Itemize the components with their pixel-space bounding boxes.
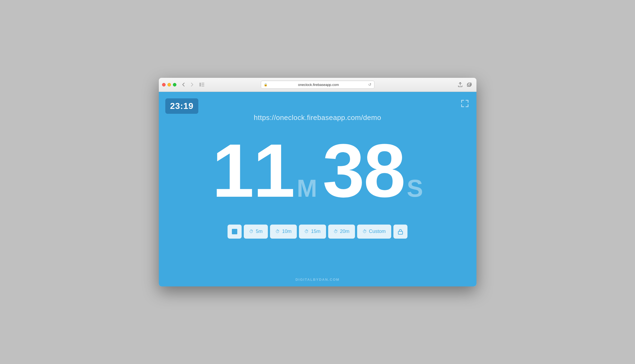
timer-label-minutes: M bbox=[297, 175, 317, 202]
preset-20m-label: 20m bbox=[340, 229, 350, 234]
forward-button[interactable] bbox=[188, 81, 196, 88]
svg-rect-2 bbox=[202, 84, 204, 85]
preset-15m-button[interactable]: ⏱ 15m bbox=[299, 225, 326, 239]
app-content: 23:19 https://oneclock.firebaseapp.com/d… bbox=[159, 92, 476, 286]
controls-row: ⏱ 5m ⏱ 10m ⏱ 15m ⏱ 20m ⏱ Custom bbox=[228, 225, 407, 239]
stop-icon bbox=[232, 229, 237, 234]
clock-icon-20m: ⏱ bbox=[334, 229, 338, 234]
preset-10m-button[interactable]: ⏱ 10m bbox=[270, 225, 297, 239]
preset-20m-button[interactable]: ⏱ 20m bbox=[328, 225, 355, 239]
address-bar[interactable]: 🔒 oneclock.firebaseapp.com ↺ bbox=[261, 81, 374, 89]
app-footer: DIGITALBYDAN.COM bbox=[295, 278, 340, 282]
browser-titlebar: 🔒 oneclock.firebaseapp.com ↺ + bbox=[159, 78, 476, 92]
clock-icon-5m: ⏱ bbox=[249, 229, 254, 234]
svg-rect-0 bbox=[199, 83, 201, 86]
new-tab-button[interactable]: + bbox=[467, 81, 474, 88]
clock-icon-15m: ⏱ bbox=[304, 229, 309, 234]
timer-label-seconds: S bbox=[407, 175, 423, 202]
preset-custom-label: Custom bbox=[369, 229, 386, 234]
timer-display: 11 M 38 S bbox=[212, 133, 423, 208]
lock-button[interactable] bbox=[393, 225, 407, 239]
clock-icon-10m: ⏱ bbox=[275, 229, 280, 234]
current-time: 23:19 bbox=[170, 101, 194, 111]
address-bar-container: 🔒 oneclock.firebaseapp.com ↺ bbox=[261, 81, 374, 89]
svg-rect-3 bbox=[202, 86, 204, 86]
preset-5m-label: 5m bbox=[256, 229, 262, 234]
nav-buttons bbox=[180, 81, 196, 88]
stop-button[interactable] bbox=[228, 225, 242, 239]
minimize-button[interactable] bbox=[167, 83, 171, 86]
preset-5m-button[interactable]: ⏱ 5m bbox=[244, 225, 268, 239]
preset-15m-label: 15m bbox=[311, 229, 320, 234]
clock-icon-custom: ⏱ bbox=[363, 229, 367, 234]
close-button[interactable] bbox=[162, 83, 166, 86]
traffic-lights bbox=[162, 83, 176, 86]
back-button[interactable] bbox=[180, 81, 187, 88]
share-button[interactable] bbox=[456, 81, 464, 88]
preset-custom-button[interactable]: ⏱ Custom bbox=[357, 225, 391, 239]
clock-badge: 23:19 bbox=[165, 98, 199, 114]
ssl-lock-icon: 🔒 bbox=[264, 83, 268, 86]
fullscreen-icon[interactable] bbox=[461, 99, 469, 109]
demo-url: https://oneclock.firebaseapp.com/demo bbox=[254, 113, 381, 122]
browser-window: 🔒 oneclock.firebaseapp.com ↺ + bbox=[159, 78, 476, 286]
url-text: oneclock.firebaseapp.com bbox=[269, 83, 368, 87]
preset-10m-label: 10m bbox=[282, 229, 291, 234]
timer-minutes: 11 bbox=[212, 133, 294, 208]
maximize-button[interactable] bbox=[173, 83, 176, 86]
refresh-button[interactable]: ↺ bbox=[368, 82, 371, 87]
svg-rect-1 bbox=[202, 83, 204, 84]
sidebar-toggle-button[interactable] bbox=[198, 81, 206, 88]
timer-seconds: 38 bbox=[323, 133, 404, 208]
svg-rect-6 bbox=[398, 231, 403, 234]
